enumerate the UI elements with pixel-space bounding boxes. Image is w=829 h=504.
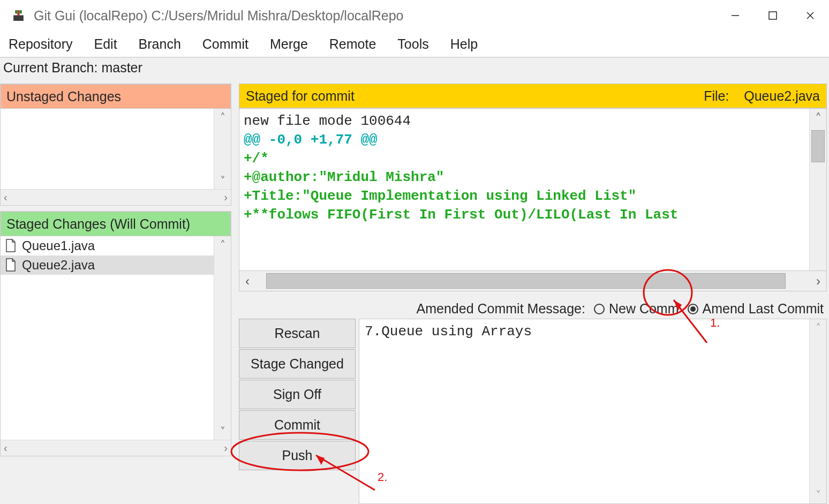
radio-new-commit-label: New Comm — [609, 301, 679, 317]
commit-message-text[interactable]: 7.Queue using Arrays — [359, 319, 809, 503]
maximize-button[interactable] — [754, 0, 792, 31]
menu-commit[interactable]: Commit — [193, 34, 258, 54]
commit-mode-line: Amended Commit Message: New Comm Amend L… — [239, 301, 827, 317]
menu-repository[interactable]: Repository — [5, 34, 82, 54]
svg-rect-0 — [13, 15, 24, 20]
scroll-right-icon: › — [810, 274, 826, 289]
svg-rect-5 — [769, 12, 777, 19]
file-icon — [5, 258, 17, 272]
main-area: Unstaged Changes ˄ ˅ ‹ › Staged Changes … — [0, 81, 829, 504]
scroll-left-icon: ‹ — [1, 442, 11, 454]
radio-amend-commit-label: Amend Last Commit — [703, 301, 824, 317]
sign-off-button[interactable]: Sign Off — [239, 380, 356, 409]
scroll-down-icon: ˅ — [816, 486, 821, 503]
diff-added-line: +**folows FIFO(First In First Out)/LILO(… — [244, 207, 678, 223]
staged-file-row[interactable]: Queue2.java — [1, 255, 214, 275]
menu-merge[interactable]: Merge — [261, 34, 317, 54]
diff-viewer[interactable]: new file mode 100644 @@ -0,0 +1,77 @@ +/… — [239, 108, 827, 271]
commit-area: Amended Commit Message: New Comm Amend L… — [239, 301, 827, 504]
staged-list[interactable]: Queue1.java Queue2.java — [1, 236, 214, 440]
diff-text: new file mode 100644 @@ -0,0 +1,77 @@ +/… — [239, 109, 809, 270]
right-column: Staged for commit File: Queue2.java new … — [233, 81, 829, 504]
diff-line: new file mode 100644 — [244, 113, 411, 129]
diff-added-line: +@author:"Mridul Mishra" — [244, 169, 444, 185]
commit-msg-heading: Amended Commit Message: — [417, 301, 585, 317]
scroll-thumb[interactable] — [266, 273, 786, 289]
scroll-left-icon: ‹ — [1, 191, 11, 204]
diff-vscrollbar[interactable]: ˄ — [809, 109, 826, 270]
diff-header-left: Staged for commit — [246, 88, 355, 104]
scroll-up-icon: ˄ — [220, 109, 225, 126]
radio-new-commit[interactable] — [594, 304, 605, 314]
file-icon — [5, 239, 17, 253]
scroll-down-icon: ˅ — [220, 172, 225, 189]
stage-changed-button[interactable]: Stage Changed — [239, 349, 356, 379]
file-label: File: — [704, 88, 729, 103]
commit-button[interactable]: Commit — [239, 410, 356, 440]
menu-branch[interactable]: Branch — [130, 34, 190, 54]
diff-hunk-line: @@ -0,0 +1,77 @@ — [244, 132, 378, 148]
app-icon — [12, 9, 25, 22]
scroll-up-icon: ˄ — [816, 319, 821, 336]
svg-rect-2 — [15, 10, 17, 13]
minimize-button[interactable] — [717, 0, 754, 31]
commit-msg-vscrollbar[interactable]: ˄ ˅ — [809, 319, 826, 503]
staged-hscrollbar[interactable]: ‹ › — [1, 440, 231, 456]
scroll-down-icon: ˅ — [220, 423, 225, 440]
staged-file-name: Queue2.java — [22, 258, 95, 273]
scroll-up-icon: ˄ — [220, 236, 225, 253]
diff-header-right: File: Queue2.java — [704, 88, 820, 104]
push-button[interactable]: Push — [239, 441, 356, 470]
close-button[interactable] — [792, 0, 829, 31]
scroll-left-icon: ‹ — [239, 274, 255, 289]
menu-help[interactable]: Help — [441, 34, 487, 54]
menu-tools[interactable]: Tools — [388, 34, 438, 54]
current-branch-label: Current Branch: master — [0, 58, 829, 81]
scroll-up-icon: ˄ — [810, 111, 826, 126]
commit-buttons: Rescan Stage Changed Sign Off Commit Pus… — [239, 319, 359, 504]
diff-hscrollbar[interactable]: ‹ › — [239, 271, 827, 291]
scroll-right-icon: › — [221, 191, 231, 204]
radio-amend-commit[interactable] — [688, 304, 698, 314]
staged-panel: Staged Changes (Will Commit) Queue1.java… — [0, 211, 231, 456]
scroll-thumb[interactable] — [811, 130, 825, 162]
svg-rect-3 — [20, 10, 22, 13]
unstaged-panel: Unstaged Changes ˄ ˅ ‹ › — [0, 84, 231, 206]
menu-edit[interactable]: Edit — [85, 34, 126, 54]
menubar: Repository Edit Branch Commit Merge Remo… — [0, 31, 829, 58]
unstaged-vscrollbar[interactable]: ˄ ˅ — [214, 109, 231, 189]
staged-title: Staged Changes (Will Commit) — [1, 212, 231, 236]
svg-rect-1 — [17, 10, 19, 16]
diff-added-line: +Title:"Queue Implementation using Linke… — [244, 188, 636, 204]
rescan-button[interactable]: Rescan — [239, 319, 356, 348]
titlebar: Git Gui (localRepo) C:/Users/Mridul Mish… — [0, 0, 829, 31]
diff-added-line: +/* — [244, 151, 269, 167]
menu-remote[interactable]: Remote — [320, 34, 386, 54]
left-column: Unstaged Changes ˄ ˅ ‹ › Staged Changes … — [0, 81, 233, 504]
unstaged-list[interactable] — [1, 109, 214, 189]
staged-file-name: Queue1.java — [22, 238, 95, 253]
staged-vscrollbar[interactable]: ˄ ˅ — [214, 236, 231, 440]
scroll-track[interactable] — [255, 271, 810, 291]
window-title: Git Gui (localRepo) C:/Users/Mridul Mish… — [34, 8, 404, 24]
unstaged-hscrollbar[interactable]: ‹ › — [1, 189, 231, 205]
scroll-right-icon: › — [221, 442, 231, 454]
staged-file-row[interactable]: Queue1.java — [1, 236, 214, 255]
unstaged-title: Unstaged Changes — [1, 84, 231, 109]
diff-header: Staged for commit File: Queue2.java — [239, 84, 827, 108]
current-file-name: Queue2.java — [744, 88, 820, 103]
commit-message-box[interactable]: 7.Queue using Arrays ˄ ˅ — [359, 319, 827, 504]
